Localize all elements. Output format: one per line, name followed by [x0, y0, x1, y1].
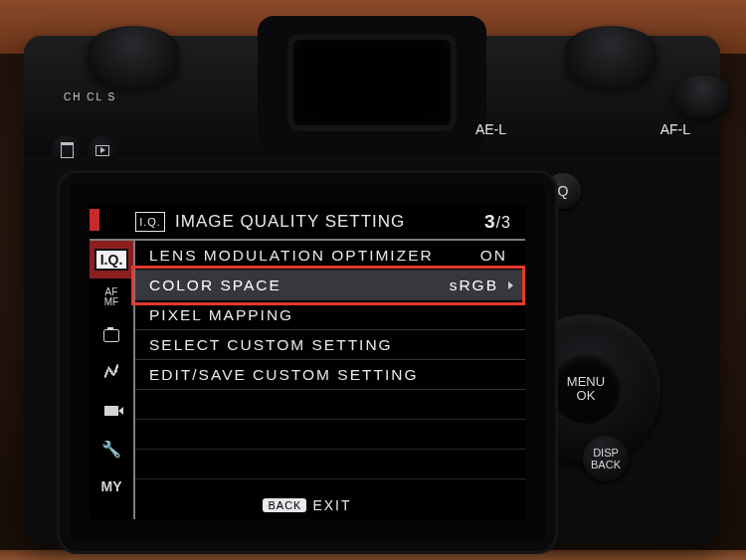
menu-row-1[interactable]: COLOR SPACEsRGB — [135, 271, 525, 300]
camera-top-plate: CH CL S AE-L AF-L — [24, 36, 720, 155]
tab-movie[interactable] — [90, 392, 133, 430]
menu-row-label: LENS MODULATION OPTIMIZER — [149, 247, 480, 265]
disp-back-button[interactable]: DISPBACK — [583, 436, 629, 481]
lcd-screen: I.Q. IMAGE QUALITY SETTING 3/3 I.Q. AFMF… — [90, 205, 525, 519]
menu-row-label: EDIT/SAVE CUSTOM SETTING — [149, 366, 513, 384]
menu-row-2[interactable]: PIXEL MAPPING — [135, 300, 525, 330]
menu-tab-column: I.Q. AFMF 🗲 🔧 MY — [90, 241, 133, 519]
menu-row-value: ON — [480, 247, 507, 265]
menu-row-label: PIXEL MAPPING — [149, 306, 513, 324]
camera-icon — [103, 329, 119, 342]
page-indicator-bar — [90, 209, 99, 231]
menu-rows: LENS MODULATION OPTIMIZERONCOLOR SPACEsR… — [133, 241, 525, 519]
lcd-frame: I.Q. IMAGE QUALITY SETTING 3/3 I.Q. AFMF… — [70, 183, 545, 541]
menu-row-label: SELECT CUSTOM SETTING — [149, 336, 513, 354]
menu-row-4[interactable]: EDIT/SAVE CUSTOM SETTING — [135, 360, 525, 390]
menu-header: I.Q. IMAGE QUALITY SETTING 3/3 — [90, 205, 525, 241]
viewfinder-housing — [258, 16, 486, 149]
back-badge: BACK — [263, 498, 306, 512]
disp-back-label: DISPBACK — [591, 447, 621, 470]
drive-mode-marks: CH CL S — [64, 92, 116, 102]
flash-icon: 🗲 — [103, 363, 120, 383]
movie-icon — [104, 406, 118, 416]
tab-af-mf[interactable]: AFMF — [90, 279, 133, 316]
tab-image-quality[interactable]: I.Q. — [90, 241, 133, 279]
ae-lock-label: AE-L — [475, 121, 506, 137]
menu-header-title: IMAGE QUALITY SETTING — [175, 212, 484, 232]
wrench-icon: 🔧 — [101, 440, 121, 459]
menu-row-empty — [135, 420, 525, 450]
menu-row-0[interactable]: LENS MODULATION OPTIMIZERON — [135, 241, 525, 271]
tab-flash[interactable]: 🗲 — [90, 354, 133, 392]
footer-exit-label: EXIT — [312, 497, 351, 513]
af-lock-label: AF-L — [660, 121, 690, 137]
menu-row-empty — [135, 390, 525, 420]
scene: CH CL S AE-L AF-L MENUOK DISPBACK — [0, 0, 746, 560]
camera-body: CH CL S AE-L AF-L MENUOK DISPBACK — [24, 36, 720, 543]
menu-ok-button[interactable]: MENUOK — [551, 354, 621, 424]
mode-dial-right[interactable] — [565, 26, 656, 88]
menu-row-value: sRGB — [450, 277, 498, 294]
menu-row-3[interactable]: SELECT CUSTOM SETTING — [135, 330, 525, 360]
menu-body: I.Q. AFMF 🗲 🔧 MY LENS MODULATION OPTIMIZ… — [90, 241, 525, 519]
menu-footer: BACK EXIT — [90, 497, 525, 513]
background-wood-bottom — [0, 550, 746, 560]
command-dial-rear[interactable] — [674, 76, 730, 117]
q-button[interactable] — [545, 173, 581, 209]
menu-row-empty — [135, 450, 525, 479]
menu-row-label: COLOR SPACE — [149, 277, 450, 294]
menu-ok-label: MENUOK — [567, 375, 605, 403]
tab-setup[interactable]: 🔧 — [90, 430, 133, 467]
tab-shooting[interactable] — [90, 316, 133, 354]
mode-dial-left[interactable] — [88, 26, 179, 88]
playback-button[interactable] — [88, 135, 117, 165]
menu-page-indicator: 3/3 — [484, 211, 511, 233]
header-iq-icon: I.Q. — [135, 212, 165, 232]
chevron-right-icon — [508, 281, 513, 289]
viewfinder-eyecup — [287, 34, 457, 131]
delete-button[interactable] — [52, 135, 82, 165]
